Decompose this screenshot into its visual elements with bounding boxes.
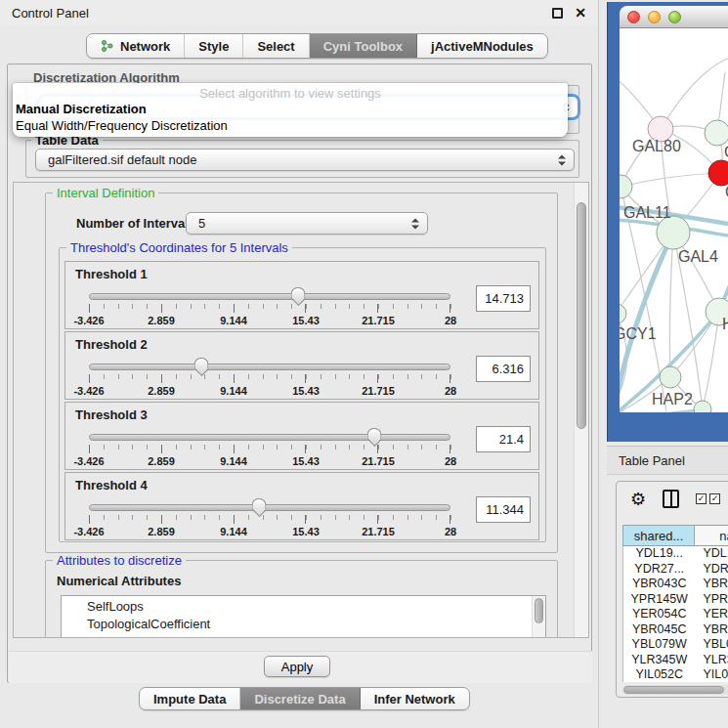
- cell[interactable]: YBR043C: [623, 577, 695, 592]
- table-row[interactable]: YIL052CYIL0: [623, 667, 728, 682]
- list-scrollbar[interactable]: [532, 596, 545, 638]
- tab-infer-network-label: Infer Network: [374, 692, 455, 707]
- float-window-icon[interactable]: [552, 8, 563, 19]
- threshold-3-panel: Threshold 3 -3.426 2.859 9.144 15.43 21.…: [64, 402, 539, 470]
- interval-definition-title: Interval Definition: [53, 186, 158, 200]
- number-of-intervals-combobox[interactable]: 5: [186, 212, 428, 235]
- table-row[interactable]: YDR27...YDR2: [623, 562, 728, 578]
- node-hap2[interactable]: [660, 366, 681, 388]
- table-row[interactable]: YPR145WYPR1: [623, 592, 728, 608]
- columns-icon[interactable]: [663, 490, 679, 508]
- tab-discretize-data-label: Discretize Data: [254, 692, 345, 707]
- table-row[interactable]: YDL19...YDL1: [623, 546, 728, 562]
- network-icon: [101, 39, 114, 53]
- list-item-topologicalcoefficient[interactable]: TopologicalCoefficient: [87, 616, 545, 633]
- cell[interactable]: YBR0: [695, 622, 728, 638]
- settings-vertical-scrollbar[interactable]: [574, 183, 588, 637]
- cell[interactable]: YBL0: [695, 637, 728, 653]
- threshold-2-slider[interactable]: -3.426 2.859 9.144 15.43 21.715 28: [89, 358, 450, 399]
- tab-select-label: Select: [257, 39, 294, 54]
- threshold-2-value-field[interactable]: 6.316: [476, 356, 531, 382]
- tab-jactivemnodules-label: jActiveMNodules: [431, 39, 534, 54]
- node-label-gal11: GAL11: [623, 204, 671, 221]
- threshold-3-slider-thumb[interactable]: [367, 428, 382, 440]
- checkbox-icon[interactable]: ✓: [696, 493, 707, 504]
- threshold-4-slider-thumb[interactable]: [251, 498, 266, 510]
- column-header-shared-name[interactable]: shared...: [622, 525, 695, 546]
- cell[interactable]: YDL1: [695, 546, 728, 562]
- threshold-1-slider[interactable]: -3.426 2.859 9.144 15.43 21.715 28: [89, 287, 450, 328]
- close-traffic-light-icon[interactable]: [627, 11, 640, 23]
- threshold-4-label: Threshold 4: [75, 478, 148, 492]
- threshold-2-slider-thumb[interactable]: [193, 358, 208, 369]
- slider-tick-labels: -3.426 2.859 9.144 15.43 21.715 28: [89, 455, 450, 467]
- tick-label: 28: [445, 455, 456, 467]
- table-data-combobox[interactable]: galFiltered.sif default node: [35, 149, 575, 171]
- tab-impute-data[interactable]: Impute Data: [140, 688, 240, 709]
- table-panel-titlebar: Table Panel: [607, 446, 728, 475]
- threshold-1-value-field[interactable]: 14.713: [476, 285, 531, 312]
- node-label-gal4: GAL4: [678, 248, 718, 265]
- node-selected-red[interactable]: [708, 160, 728, 186]
- threshold-4-value-field[interactable]: 11.344: [476, 496, 531, 523]
- tab-jactivemnodules[interactable]: jActiveMNodules: [417, 34, 547, 58]
- tab-style[interactable]: Style: [185, 34, 243, 58]
- table-horizontal-scrollbar[interactable]: [622, 685, 728, 695]
- table-row[interactable]: YER054CYER0: [623, 607, 728, 622]
- threshold-4-slider[interactable]: -3.426 2.859 9.144 15.43 21.715 28: [89, 498, 450, 539]
- table-row[interactable]: YBL079WYBL0: [623, 637, 728, 653]
- threshold-3-slider[interactable]: -3.426 2.859 9.144 15.43 21.715 28: [89, 428, 450, 469]
- checkbox-icon[interactable]: ✓: [709, 493, 720, 504]
- node-gal4[interactable]: [657, 216, 690, 249]
- threshold-coordinates-title: Threshold's Coordinates for 5 Intervals: [66, 240, 292, 255]
- threshold-3-value-field[interactable]: 21.4: [476, 426, 531, 452]
- node-gal11[interactable]: [620, 175, 632, 198]
- cell[interactable]: YIL052C: [623, 667, 695, 682]
- list-item-betweennesscentrality[interactable]: BetweennessCentrality: [87, 633, 545, 638]
- tab-discretize-data[interactable]: Discretize Data: [240, 688, 360, 709]
- table-header-row: shared... na: [622, 525, 728, 546]
- zoom-traffic-light-icon[interactable]: [668, 11, 681, 23]
- tab-network[interactable]: Network: [87, 34, 185, 58]
- cell[interactable]: YER054C: [623, 607, 695, 622]
- table-row[interactable]: YBR043CYBR0: [623, 577, 728, 592]
- cell[interactable]: YBR045C: [623, 622, 695, 638]
- cell[interactable]: YDR2: [695, 562, 728, 578]
- scrollbar-thumb[interactable]: [623, 686, 724, 694]
- cell[interactable]: YIL0: [695, 667, 728, 682]
- dropdown-option-equal-width-frequency[interactable]: Equal Width/Frequency Discretization: [16, 118, 228, 133]
- tick-label: 2.859: [148, 385, 175, 397]
- cell[interactable]: YPR145W: [623, 592, 695, 608]
- node-bottom[interactable]: [694, 401, 711, 412]
- slider-track: [89, 504, 450, 511]
- cell[interactable]: YDR27...: [623, 562, 695, 578]
- cell[interactable]: YPR1: [695, 592, 728, 608]
- column-header-name[interactable]: na: [695, 525, 728, 546]
- cell[interactable]: YLR3: [695, 653, 728, 668]
- threshold-1-slider-thumb[interactable]: [290, 287, 305, 299]
- node-top-right[interactable]: [705, 120, 728, 146]
- close-icon[interactable]: ✕: [575, 5, 586, 21]
- gear-icon[interactable]: ⚙: [630, 491, 646, 508]
- network-window-titlebar[interactable]: [620, 6, 728, 28]
- cell[interactable]: YBL079W: [623, 637, 695, 653]
- cell[interactable]: YDL19...: [623, 546, 695, 562]
- numerical-attributes-list[interactable]: SelfLoops TopologicalCoefficient Between…: [61, 595, 546, 638]
- table-row[interactable]: YLR345WYLR3: [623, 653, 728, 668]
- node-gcy1[interactable]: [620, 304, 626, 323]
- cell[interactable]: YLR345W: [623, 653, 695, 668]
- cell[interactable]: YER0: [695, 607, 728, 622]
- cell[interactable]: YBR0: [695, 577, 728, 592]
- apply-button[interactable]: Apply: [264, 656, 330, 677]
- table-data-combobox-value: galFiltered.sif default node: [48, 152, 196, 167]
- tab-cyni-toolbox[interactable]: Cyni Toolbox: [310, 34, 417, 58]
- list-item-selfloops[interactable]: SelfLoops: [87, 598, 545, 616]
- tick-label: 9.144: [220, 315, 247, 326]
- tab-select[interactable]: Select: [243, 34, 309, 58]
- network-canvas[interactable]: GAL80 GA C GAL11 GAL4 GCY1 H HAP2: [620, 28, 728, 412]
- minimize-traffic-light-icon[interactable]: [648, 11, 661, 23]
- tab-infer-network[interactable]: Infer Network: [361, 688, 469, 709]
- table-row[interactable]: YBR045CYBR0: [623, 622, 728, 638]
- scrollbar-thumb[interactable]: [577, 202, 586, 429]
- dropdown-option-manual-discretization[interactable]: Manual Discretization: [16, 102, 147, 116]
